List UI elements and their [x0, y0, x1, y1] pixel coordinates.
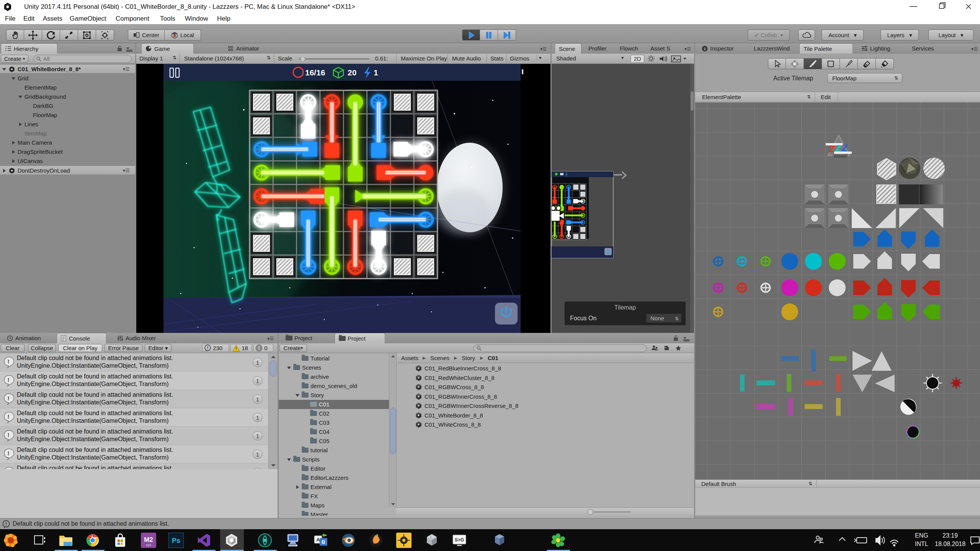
svg-text:S>G: S>G [455, 537, 464, 543]
svg-text:!: ! [8, 358, 10, 365]
svg-text:16/16: 16/16 [305, 68, 325, 77]
svg-text:Ps: Ps [172, 537, 180, 544]
svg-text:i: i [704, 46, 705, 51]
svg-text:z: z [828, 141, 835, 155]
svg-text:⇅: ⇅ [675, 316, 679, 321]
svg-text:!: ! [8, 377, 10, 383]
svg-text:!: ! [258, 346, 260, 351]
svg-text:None: None [650, 315, 664, 321]
svg-text:!: ! [207, 346, 209, 350]
svg-text:20: 20 [348, 68, 356, 77]
svg-text:!: ! [5, 522, 7, 527]
svg-text:!: ! [8, 432, 10, 438]
svg-text:!: ! [8, 395, 10, 401]
svg-text:B: B [322, 539, 325, 545]
svg-text:sys: sys [146, 543, 151, 547]
svg-text:M2: M2 [144, 536, 153, 543]
svg-text:!: ! [8, 450, 10, 456]
svg-text:A: A [316, 537, 320, 543]
svg-text:Focus On: Focus On [570, 315, 596, 321]
svg-text:Tilemap: Tilemap [614, 304, 636, 311]
svg-text:!: ! [8, 413, 10, 420]
svg-text:λ: λ [430, 536, 432, 540]
svg-text:!: ! [235, 346, 237, 351]
svg-text:1: 1 [374, 68, 378, 77]
